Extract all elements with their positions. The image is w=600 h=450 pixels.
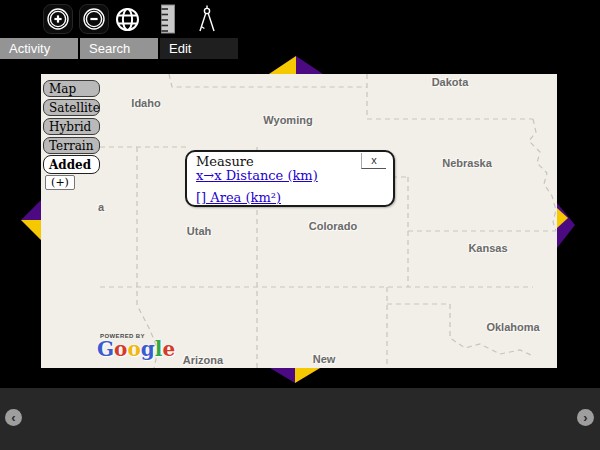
ruler-icon — [159, 4, 177, 34]
google-logo-letter: o — [114, 337, 127, 361]
circled-minus-icon — [82, 7, 106, 31]
state-label-arizona: Arizona — [183, 354, 223, 366]
drafting-compass-icon — [195, 4, 219, 34]
map-viewport[interactable]: DakotaIdahoWyomingNebraskaaUtahColoradoK… — [41, 74, 557, 368]
state-label-oklahoma: Oklahoma — [486, 321, 539, 333]
state-label-nebraska: Nebraska — [442, 157, 492, 169]
state-label-colorado: Colorado — [309, 220, 357, 232]
map-type-button-map[interactable]: Map — [43, 80, 100, 97]
zoom-out-button[interactable] — [79, 4, 109, 34]
bottom-bar — [0, 388, 600, 450]
google-logo-letter: o — [127, 337, 140, 361]
pan-left-arrow[interactable] — [21, 200, 41, 240]
globe-button[interactable] — [113, 5, 141, 33]
app-window: Activity Search Edit DakotaIdahoWyomingN… — [0, 0, 600, 450]
distance-link[interactable]: x→x Distance (km) — [196, 168, 318, 183]
compass-button[interactable] — [194, 3, 220, 34]
measure-dialog-title: Measure — [196, 154, 254, 169]
map-type-button-terrain[interactable]: Terrain — [43, 137, 100, 154]
tab-edit[interactable]: Edit — [160, 38, 238, 59]
pan-down-arrow[interactable] — [270, 368, 320, 383]
state-label-new: New — [313, 353, 336, 365]
state-label-wyoming: Wyoming — [263, 114, 312, 126]
pan-up-arrow[interactable] — [269, 56, 323, 74]
state-label-idaho: Idaho — [131, 97, 160, 109]
map-type-button-add-new[interactable]: (+) — [45, 175, 75, 190]
ruler-button[interactable] — [158, 4, 178, 34]
map-type-button-hybrid[interactable]: Hybrid — [43, 118, 100, 135]
prev-page-button[interactable]: ‹ — [5, 409, 22, 426]
google-logo: Google — [97, 338, 175, 360]
state-label-utah: Utah — [187, 225, 211, 237]
area-link[interactable]: [] Area (km²) — [196, 190, 281, 205]
circled-plus-icon — [46, 7, 70, 31]
tab-search[interactable]: Search — [80, 38, 158, 59]
next-page-button[interactable]: › — [577, 409, 594, 426]
pan-right-arrow[interactable] — [557, 203, 575, 248]
google-logo-letter: g — [141, 337, 155, 361]
map-type-button-added[interactable]: Added — [43, 155, 100, 174]
zoom-in-button[interactable] — [43, 4, 73, 34]
google-logo-letter: e — [162, 337, 175, 361]
close-icon[interactable]: x — [361, 153, 386, 169]
tab-activity[interactable]: Activity — [0, 38, 78, 59]
map-type-button-satellite[interactable]: Satellite — [43, 99, 100, 116]
state-label-kansas: Kansas — [468, 242, 507, 254]
state-label-a: a — [98, 201, 104, 213]
state-label-dakota: Dakota — [432, 76, 469, 88]
globe-icon — [114, 6, 141, 33]
google-logo-letter: G — [97, 337, 114, 361]
measure-dialog: Measure x x→x Distance (km) [] Area (km²… — [185, 150, 395, 207]
